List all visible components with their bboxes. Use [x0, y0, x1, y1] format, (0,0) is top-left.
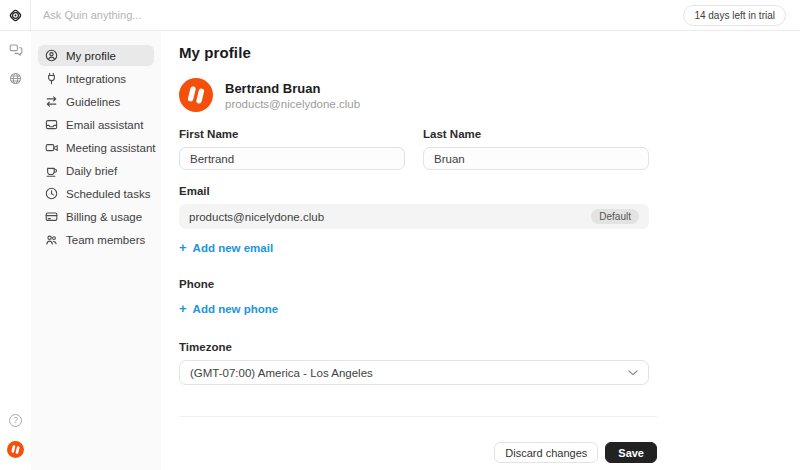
- coffee-cup-icon: [45, 164, 58, 177]
- topbar: 14 days left in trial: [0, 0, 800, 31]
- ask-quin-input[interactable]: [31, 0, 683, 30]
- discard-changes-button[interactable]: Discard changes: [494, 442, 598, 463]
- credit-card-icon: [45, 210, 58, 223]
- question-mark-icon: [9, 414, 22, 427]
- sidebar-item-label: Guidelines: [66, 96, 120, 108]
- settings-sidebar: My profile Integrations Guidelines Email…: [31, 31, 161, 470]
- help-icon[interactable]: [7, 411, 25, 429]
- sidebar-item-label: Meeting assistant: [66, 142, 156, 154]
- first-name-input[interactable]: [179, 147, 405, 170]
- sidebar-item-my-profile[interactable]: My profile: [38, 45, 154, 66]
- sidebar-item-email-assistant[interactable]: Email assistant: [38, 114, 154, 135]
- last-name-label: Last Name: [423, 128, 649, 140]
- phone-label: Phone: [179, 278, 649, 290]
- main-panel: My profile Bertrand Bruan pr: [161, 31, 800, 470]
- footer-divider: [179, 416, 657, 417]
- sidebar-item-label: Scheduled tasks: [66, 188, 150, 200]
- add-new-phone-label: Add new phone: [193, 303, 279, 315]
- quin-logo[interactable]: [0, 0, 31, 30]
- video-camera-icon: [45, 141, 58, 154]
- user-circle-icon: [45, 49, 58, 62]
- sidebar-item-label: Daily brief: [66, 165, 117, 177]
- email-field: products@nicelydone.club Default: [179, 204, 649, 229]
- plus-icon: +: [179, 302, 187, 315]
- plus-icon: +: [179, 241, 187, 254]
- sidebar-item-label: My profile: [66, 50, 116, 62]
- profile-header: Bertrand Bruan products@nicelydone.club: [179, 78, 649, 112]
- add-new-email-link[interactable]: + Add new email: [179, 241, 273, 254]
- clock-icon: [45, 187, 58, 200]
- timezone-select[interactable]: (GMT-07:00) America - Los Angeles: [179, 360, 649, 385]
- quin-logo-icon: [8, 8, 23, 23]
- page-title: My profile: [179, 44, 649, 61]
- first-name-label: First Name: [179, 128, 405, 140]
- email-label: Email: [179, 185, 649, 197]
- brand-logo[interactable]: [7, 441, 24, 458]
- sidebar-item-label: Integrations: [66, 73, 126, 85]
- profile-email: products@nicelydone.club: [225, 98, 360, 110]
- timezone-label: Timezone: [179, 341, 649, 353]
- email-value: products@nicelydone.club: [189, 211, 324, 223]
- form-footer: Discard changes Save: [179, 416, 657, 470]
- team-icon: [45, 233, 58, 246]
- sidebar-item-label: Team members: [66, 234, 145, 246]
- sidebar-item-integrations[interactable]: Integrations: [38, 68, 154, 89]
- swap-arrows-icon: [45, 95, 58, 108]
- sidebar-item-team-members[interactable]: Team members: [38, 229, 154, 250]
- sidebar-item-label: Email assistant: [66, 119, 143, 131]
- globe-icon[interactable]: [7, 69, 25, 87]
- icon-rail: [0, 31, 31, 470]
- app-window: 14 days left in trial: [0, 0, 800, 470]
- profile-name: Bertrand Bruan: [225, 81, 360, 96]
- save-button[interactable]: Save: [605, 442, 657, 463]
- avatar: [179, 78, 213, 112]
- last-name-input[interactable]: [423, 147, 649, 170]
- default-badge: Default: [591, 209, 639, 224]
- inbox-icon: [45, 118, 58, 131]
- sidebar-item-scheduled-tasks[interactable]: Scheduled tasks: [38, 183, 154, 204]
- plug-icon: [45, 72, 58, 85]
- sidebar-item-guidelines[interactable]: Guidelines: [38, 91, 154, 112]
- sidebar-item-billing-usage[interactable]: Billing & usage: [38, 206, 154, 227]
- sidebar-item-daily-brief[interactable]: Daily brief: [38, 160, 154, 181]
- sidebar-item-meeting-assistant[interactable]: Meeting assistant: [38, 137, 154, 158]
- sidebar-item-label: Billing & usage: [66, 211, 142, 223]
- trial-badge: 14 days left in trial: [683, 5, 786, 26]
- timezone-selected-value: (GMT-07:00) America - Los Angeles: [190, 367, 373, 379]
- conversations-icon[interactable]: [7, 41, 25, 59]
- add-new-email-label: Add new email: [193, 242, 274, 254]
- add-new-phone-link[interactable]: + Add new phone: [179, 302, 278, 315]
- chevron-down-icon: [628, 370, 638, 376]
